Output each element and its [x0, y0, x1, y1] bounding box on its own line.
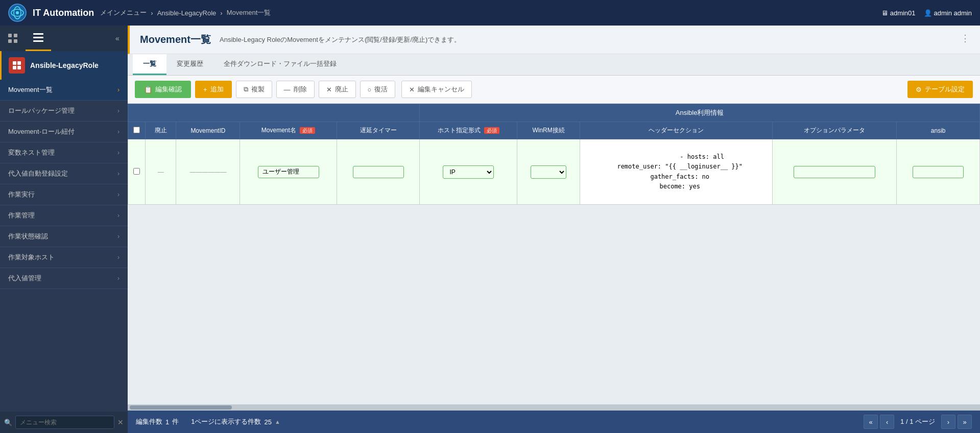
delete-button[interactable]: — 削除	[276, 81, 315, 98]
device-label: admin01	[890, 9, 916, 17]
edit-confirm-label: 編集確認	[155, 85, 182, 94]
sidebar-grid-icon[interactable]	[0, 26, 26, 51]
x-icon: ✕	[326, 86, 332, 93]
header-left: IT Automation メインメニュー › Ansible-LegacyRo…	[8, 4, 271, 22]
th-movement-id: MovementID	[176, 122, 240, 139]
tab-list[interactable]: 一覧	[133, 54, 166, 75]
sidebar-collapse-button[interactable]: «	[107, 26, 128, 51]
sidebar-item-movement-list[interactable]: Movement一覧 ›	[0, 80, 128, 101]
host-format-select[interactable]: IP ホスト名	[443, 165, 494, 179]
page-last-button[interactable]: »	[958, 415, 972, 429]
table-settings-button[interactable]: ⚙ テーブル設定	[907, 81, 973, 98]
content-area: Movement一覧 Ansible-Legacy RoleのMovementを…	[128, 26, 980, 433]
sidebar-search-input[interactable]	[15, 416, 114, 429]
breadcrumb-sep1: ›	[151, 9, 153, 17]
monitor-icon: 🖥	[881, 9, 888, 17]
restore-button[interactable]: ○ 復活	[360, 81, 396, 98]
row-movement-name-cell	[240, 139, 337, 205]
svg-rect-13	[13, 66, 16, 69]
sidebar-item-label: 代入値自動登録設定	[8, 169, 68, 178]
add-button[interactable]: + 追加	[195, 81, 232, 98]
plus-icon: +	[203, 86, 207, 93]
sidebar-item-task-manage[interactable]: 作業管理 ›	[0, 205, 128, 226]
edit-count-unit: 件	[172, 417, 179, 426]
page-current: 1	[900, 418, 904, 425]
disable-button[interactable]: ✕ 廃止	[319, 81, 356, 98]
cancel-edit-button[interactable]: ✕ 編集キャンセル	[401, 81, 472, 98]
svg-rect-7	[14, 39, 17, 43]
restore-label: 復活	[374, 85, 388, 94]
breadcrumb-main[interactable]: メインメニュー	[100, 8, 147, 17]
svg-rect-11	[13, 61, 16, 65]
chevron-right-icon: ›	[117, 191, 119, 198]
breadcrumb: メインメニュー › Ansible-LegacyRole › Movement一…	[100, 8, 271, 17]
horizontal-scrollbar[interactable]	[128, 404, 980, 411]
option-param-input[interactable]	[913, 166, 964, 178]
scroll-thumb[interactable]	[130, 405, 232, 410]
copy-label: 複製	[251, 85, 265, 94]
header-section-input[interactable]	[794, 166, 875, 178]
sidebar-item-task-host[interactable]: 作業対象ホスト ›	[0, 247, 128, 268]
add-label: 追加	[210, 85, 224, 94]
page-first-button[interactable]: «	[864, 415, 878, 429]
sidebar-search-clear-icon[interactable]: ✕	[117, 418, 124, 426]
sidebar-app-label: Ansible-LegacyRole	[30, 61, 99, 69]
winrm-select[interactable]: true false	[531, 165, 566, 179]
row-checkbox-cell	[128, 139, 146, 205]
page-description: Ansible-Legacy RoleのMovementをメンテナンス(閲覧/登…	[220, 33, 461, 45]
per-page-value: 25	[264, 418, 271, 426]
row-movement-id-cell: ——————	[176, 139, 240, 205]
table-wrapper: Ansible利用情報 廃止 MovementID	[128, 104, 980, 404]
edit-count-label: 編集件数	[136, 417, 162, 426]
page-prev-button[interactable]: ‹	[880, 415, 894, 429]
tab-bulk-download[interactable]: 全件ダウンロード・ファイル一括登録	[213, 54, 347, 75]
sidebar-item-task-status[interactable]: 作業状態確認 ›	[0, 226, 128, 247]
select-all-checkbox[interactable]	[133, 127, 140, 133]
sidebar-item-auto-register[interactable]: 代入値自動登録設定 ›	[0, 163, 128, 184]
sidebar-item-value-manage[interactable]: 代入値管理 ›	[0, 268, 128, 289]
copy-button[interactable]: ⧉ 複製	[236, 81, 272, 98]
sidebar-item-label: ロールパッケージ管理	[8, 106, 75, 115]
chevron-right-icon: ›	[117, 170, 119, 177]
user-name: admin admin	[934, 9, 972, 17]
delete-label: 削除	[294, 85, 307, 94]
chevron-right-icon: ›	[117, 107, 119, 114]
sidebar-item-label: 代入値管理	[8, 274, 41, 283]
sidebar-item-label: 作業状態確認	[8, 232, 48, 241]
tab-history[interactable]: 変更履歴	[166, 54, 213, 75]
row-checkbox[interactable]	[133, 168, 140, 175]
sidebar-app-header: Ansible-LegacyRole	[0, 51, 128, 80]
sidebar-list-icon[interactable]	[26, 26, 51, 51]
chevron-right-icon: ›	[117, 275, 119, 282]
edit-confirm-button[interactable]: 📋 編集確認	[135, 81, 191, 98]
ansible-info-group-header: Ansible利用情報	[420, 104, 980, 122]
header-right: 🖥 admin01 👤 admin admin	[881, 9, 972, 17]
required-badge-name: 必須	[300, 127, 315, 134]
row-disabled-cell: —	[146, 139, 176, 205]
sidebar-item-task-exec[interactable]: 作業実行 ›	[0, 184, 128, 205]
disable-label: 廃止	[335, 85, 348, 94]
delay-timer-input[interactable]	[353, 166, 404, 178]
sidebar-item-variable-nest[interactable]: 変数ネスト管理 ›	[0, 142, 128, 163]
movement-name-input[interactable]	[258, 166, 319, 178]
per-page-chevron-icon[interactable]: ▲	[275, 419, 280, 425]
row-option-param-cell	[897, 139, 980, 205]
main-layout: « Ansible-LegacyRole Movement一覧 › ロールパッケ…	[0, 26, 980, 433]
breadcrumb-mid[interactable]: Ansible-LegacyRole	[157, 9, 217, 17]
more-options-icon[interactable]: ⋮	[961, 33, 970, 44]
sidebar-item-movement-role[interactable]: Movement-ロール紐付 ›	[0, 122, 128, 142]
ansible-info-group-label: Ansible利用情報	[676, 109, 724, 116]
sidebar-item-role-package[interactable]: ロールパッケージ管理 ›	[0, 101, 128, 122]
user-info[interactable]: 👤 admin admin	[924, 9, 972, 17]
th-ansible-col: ansib	[897, 122, 980, 139]
per-page-selector: 1ページに表示する件数 25 ▲	[191, 417, 280, 426]
th-option-param: オプションパラメータ	[773, 122, 897, 139]
page-next-button[interactable]: ›	[941, 415, 955, 429]
app-logo-icon	[8, 4, 27, 22]
svg-rect-12	[17, 61, 21, 65]
row-movement-id: ——————	[189, 169, 226, 176]
sidebar-item-label: 作業対象ホスト	[8, 253, 55, 262]
sidebar-menu: Movement一覧 › ロールパッケージ管理 › Movement-ロール紐付…	[0, 80, 128, 412]
svg-point-3	[16, 11, 19, 14]
table-settings-label: テーブル設定	[925, 85, 965, 94]
